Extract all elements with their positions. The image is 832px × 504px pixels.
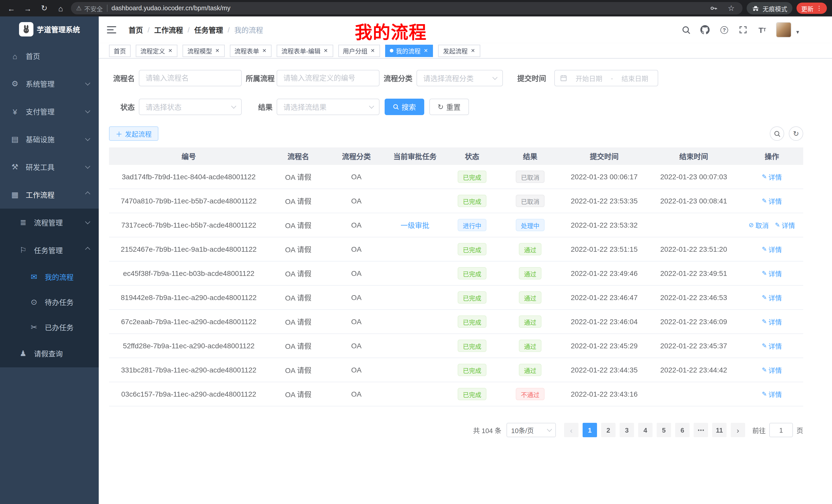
category-select[interactable]: 请选择流程分类 xyxy=(417,70,503,86)
close-icon[interactable]: ✕ xyxy=(423,48,428,54)
hamburger-icon[interactable] xyxy=(107,25,117,35)
tab-process-form[interactable]: 流程表单✕ xyxy=(230,45,272,57)
current-task-link[interactable]: 一级审批 xyxy=(400,220,430,230)
detail-link[interactable]: ✎详情 xyxy=(762,292,782,302)
url-text[interactable]: dashboard.yudao.iocoder.cn/bpm/task/my xyxy=(111,5,703,12)
submit-time-range-picker[interactable]: 开始日期 - 结束日期 xyxy=(554,70,658,86)
result-select[interactable]: 请选择流结果 xyxy=(277,99,380,115)
detail-link[interactable]: ✎详情 xyxy=(762,365,782,375)
tab-process-model[interactable]: 流程模型✕ xyxy=(183,45,225,57)
cancel-icon: ⊘ xyxy=(749,221,754,229)
search-icon[interactable] xyxy=(681,25,691,35)
sidebar-item-devtools[interactable]: ⚒ 研发工具 xyxy=(0,153,99,181)
page-button-2[interactable]: 2 xyxy=(601,423,616,437)
detail-link[interactable]: ✎详情 xyxy=(762,196,782,206)
chevron-down-icon xyxy=(231,104,236,109)
back-icon[interactable]: ← xyxy=(5,2,18,15)
submit-time-label: 提交时间 xyxy=(507,73,550,83)
page-button-3[interactable]: 3 xyxy=(620,423,634,437)
detail-link[interactable]: ✎详情 xyxy=(775,220,795,230)
cell-process-id: 67c2eaab-7b9a-11ec-a290-acde48001122 xyxy=(109,310,268,334)
close-icon[interactable]: ✕ xyxy=(262,48,267,54)
caret-down-icon[interactable]: ▾ xyxy=(796,29,799,37)
address-bar[interactable]: ⚠ 不安全 dashboard.yudao.iocoder.cn/bpm/tas… xyxy=(71,2,743,15)
sidebar-item-todo-tasks[interactable]: ⊙ 待办任务 xyxy=(0,289,99,314)
key-icon[interactable] xyxy=(707,2,720,15)
sidebar-item-system[interactable]: ⚙ 系统管理 xyxy=(0,70,99,97)
security-chip[interactable]: ⚠ 不安全 xyxy=(76,4,103,12)
sidebar-item-workflow[interactable]: ▦ 工作流程 xyxy=(0,181,99,208)
font-size-icon[interactable]: TT xyxy=(757,25,768,35)
page-button-6[interactable]: 6 xyxy=(675,423,690,437)
table-row: 67c2eaab-7b9a-11ec-a290-acde48001122 OA … xyxy=(109,310,803,334)
more-pages-button[interactable]: ⋯ xyxy=(694,423,708,437)
detail-link[interactable]: ✎详情 xyxy=(762,269,782,278)
home-icon[interactable]: ⌂ xyxy=(54,2,67,15)
sidebar-item-payment[interactable]: ¥ 支付管理 xyxy=(0,97,99,125)
status-label: 状态 xyxy=(109,102,139,112)
close-icon[interactable]: ✕ xyxy=(323,48,328,54)
sidebar-item-process-management[interactable]: ≣ 流程管理 xyxy=(0,208,99,236)
reset-button[interactable]: ↻ 重置 xyxy=(430,99,469,115)
page-button-5[interactable]: 5 xyxy=(657,423,671,437)
sidebar-item-my-process[interactable]: ✉ 我的流程 xyxy=(0,264,99,289)
status-badge: 已完成 xyxy=(458,388,487,400)
help-icon[interactable]: ? xyxy=(719,25,729,35)
status-badge: 已完成 xyxy=(458,195,487,207)
forward-icon[interactable]: → xyxy=(22,2,34,15)
refresh-table-button[interactable]: ↻ xyxy=(789,127,803,141)
incognito-badge: 无痕模式 xyxy=(747,2,792,15)
breadcrumb-workflow[interactable]: 工作流程 xyxy=(154,25,183,35)
sidebar-item-leave-query[interactable]: ♟ 请假查询 xyxy=(0,340,99,367)
sidebar-item-done-tasks[interactable]: ✂ 已办任务 xyxy=(0,314,99,340)
table-row: 7317cec6-7b9b-11ec-b5b7-acde48001122 OA … xyxy=(109,213,803,237)
star-icon[interactable]: ☆ xyxy=(725,2,737,15)
sidebar-item-infrastructure[interactable]: ▤ 基础设施 xyxy=(0,125,99,153)
breadcrumb-home[interactable]: 首页 xyxy=(129,25,143,35)
search-button[interactable]: 搜索 xyxy=(385,99,424,115)
page-button-11[interactable]: 11 xyxy=(712,423,727,437)
status-badge: 已完成 xyxy=(458,267,487,279)
update-button[interactable]: 更新 ⋮ xyxy=(797,3,827,14)
next-page-button[interactable]: › xyxy=(731,423,745,437)
cancel-link[interactable]: ⊘取消 xyxy=(749,220,769,230)
tab-process-form-edit[interactable]: 流程表单-编辑✕ xyxy=(277,45,333,57)
toggle-search-button[interactable] xyxy=(770,127,784,141)
tab-process-definition[interactable]: 流程定义✕ xyxy=(136,45,178,57)
app-logo-row[interactable]: 芋道管理系统 xyxy=(0,17,99,42)
goto-page-input[interactable] xyxy=(769,423,793,437)
tab-my-process[interactable]: 我的流程✕ xyxy=(385,45,433,57)
fullscreen-icon[interactable] xyxy=(738,25,749,35)
sidebar-item-task-management[interactable]: ⚐ 任务管理 xyxy=(0,236,99,264)
prev-page-button[interactable]: ‹ xyxy=(564,423,578,437)
end-date-placeholder: 结束日期 xyxy=(617,73,653,83)
avatar[interactable] xyxy=(776,22,791,37)
github-icon[interactable] xyxy=(700,25,710,35)
detail-link[interactable]: ✎详情 xyxy=(762,341,782,351)
page-button-4[interactable]: 4 xyxy=(638,423,653,437)
status-select[interactable]: 请选择状态 xyxy=(139,99,242,115)
process-definition-input[interactable] xyxy=(277,70,380,86)
reload-icon[interactable]: ↻ xyxy=(38,2,50,15)
detail-link[interactable]: ✎详情 xyxy=(762,389,782,399)
close-icon[interactable]: ✕ xyxy=(215,48,220,54)
start-process-button[interactable]: ＋ 发起流程 xyxy=(109,127,158,141)
detail-link[interactable]: ✎详情 xyxy=(762,244,782,254)
process-name-input[interactable] xyxy=(139,70,242,86)
page-size-select[interactable]: 10条/页 xyxy=(506,423,556,437)
breadcrumb-current: 我的流程 xyxy=(234,25,263,35)
tab-home[interactable]: 首页 xyxy=(109,45,131,57)
browser-menu-icon[interactable]: ⋮ xyxy=(816,5,822,12)
chevron-down-icon xyxy=(85,219,90,224)
close-icon[interactable]: ✕ xyxy=(370,48,375,54)
tab-start-process[interactable]: 发起流程✕ xyxy=(438,45,480,57)
page-button-1[interactable]: 1 xyxy=(582,423,597,437)
tab-user-group[interactable]: 用户分组✕ xyxy=(338,45,380,57)
detail-link[interactable]: ✎详情 xyxy=(762,317,782,327)
sidebar-item-home[interactable]: ⌂ 首页 xyxy=(0,42,99,70)
close-icon[interactable]: ✕ xyxy=(167,48,173,54)
breadcrumb-task-management[interactable]: 任务管理 xyxy=(194,25,223,35)
close-icon[interactable]: ✕ xyxy=(470,48,476,54)
table-row: 331bc281-7b9a-11ec-a290-acde48001122 OA … xyxy=(109,358,803,382)
detail-link[interactable]: ✎详情 xyxy=(762,172,782,181)
